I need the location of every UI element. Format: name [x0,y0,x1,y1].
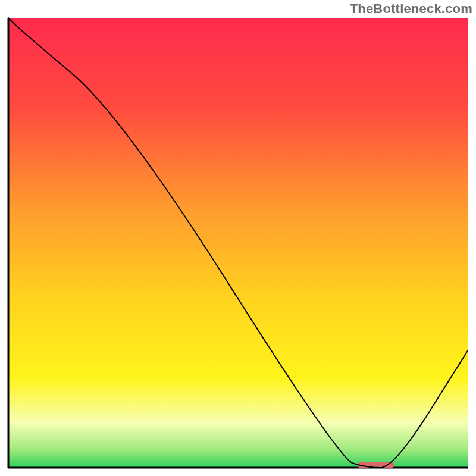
chart-stage: TheBottleneck.com [0,0,476,476]
plot-background [8,18,468,468]
bottleneck-chart [0,0,476,476]
watermark-text: TheBottleneck.com [350,1,472,17]
